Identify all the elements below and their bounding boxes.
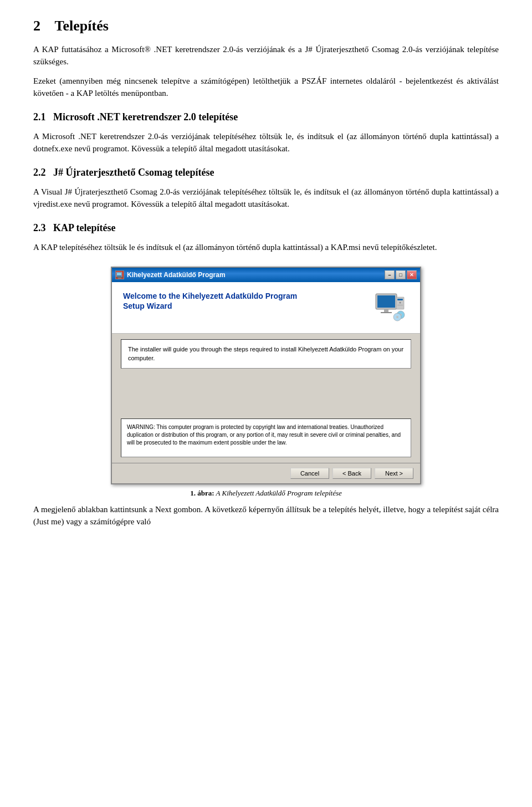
chapter-number: 2	[33, 18, 40, 34]
installer-description-text: The installer will guide you through the…	[128, 346, 403, 361]
figure-caption: 1. ábra: A Kihelyezett Adatküldő Program…	[190, 488, 342, 499]
closing-paragraph: A megjelenő ablakban kattintsunk a Next …	[33, 503, 499, 528]
svg-rect-3	[118, 278, 121, 279]
cancel-button[interactable]: Cancel	[290, 468, 329, 479]
pc-icon	[370, 291, 409, 324]
svg-rect-5	[377, 295, 395, 308]
chapter-intro-para2: Ezeket (amennyiben még nincsenek telepít…	[33, 75, 499, 100]
dialog-header-area: Welcome to the Kihelyezett Adatküldo Pro…	[112, 282, 420, 334]
page-content: 2 Telepítés A KAP futtatásához a Microso…	[33, 17, 499, 528]
svg-point-10	[400, 302, 401, 303]
close-button[interactable]: ✕	[407, 270, 417, 279]
dialog-screenshot-wrapper: Kihelyezett Adatküldő Program – □ ✕ Welc…	[33, 267, 499, 498]
maximize-button[interactable]: □	[396, 270, 406, 279]
dialog-header-text: Welcome to the Kihelyezett Adatküldo Pro…	[123, 291, 297, 313]
svg-point-15	[396, 316, 398, 318]
warning-text: WARNING: This computer program is protec…	[127, 424, 401, 446]
dialog-app-icon	[115, 270, 124, 279]
minimize-button[interactable]: –	[385, 270, 395, 279]
dialog-buttons-row: Cancel < Back Next >	[112, 463, 420, 483]
installer-dialog: Kihelyezett Adatküldő Program – □ ✕ Welc…	[111, 267, 421, 484]
svg-rect-11	[397, 305, 403, 305]
dialog-titlebar: Kihelyezett Adatküldő Program – □ ✕	[112, 268, 420, 282]
installer-description-box: The installer will guide you through the…	[121, 339, 411, 369]
chapter-intro-para1: A KAP futtatásához a Microsoft® .NET ker…	[33, 43, 499, 68]
wizard-title: Welcome to the Kihelyezett Adatküldo Pro…	[123, 291, 297, 311]
chapter-title: 2 Telepítés	[33, 17, 499, 35]
section-23-title: 2.3 KAP telepítése	[33, 221, 499, 236]
dialog-spacer	[121, 374, 411, 418]
svg-rect-1	[117, 273, 121, 275]
chapter-title-text: Telepítés	[55, 18, 109, 34]
warning-box: WARNING: This computer program is protec…	[121, 418, 411, 457]
section-22-title: 2.2 J# Újraterjeszthető Csomag telepítés…	[33, 165, 499, 180]
dialog-title-text: Kihelyezett Adatküldő Program	[127, 270, 226, 280]
section-23-para1: A KAP telepítéséhez töltsük le és indíts…	[33, 241, 499, 254]
svg-rect-9	[397, 299, 403, 300]
section-21-title: 2.1 Microsoft .NET keretrendszer 2.0 tel…	[33, 110, 499, 125]
back-button[interactable]: < Back	[332, 468, 371, 479]
titlebar-left: Kihelyezett Adatküldő Program	[115, 270, 226, 280]
next-button[interactable]: Next >	[375, 468, 413, 479]
svg-rect-2	[116, 277, 123, 278]
svg-rect-7	[381, 312, 392, 313]
figure-caption-text: A Kihelyezett Adatküldő Program telepíté…	[216, 489, 342, 497]
section-21-para1: A Microsoft .NET keretrendszer 2.0-ás ve…	[33, 130, 499, 155]
dialog-content-area: The installer will guide you through the…	[112, 334, 420, 463]
section-22-para1: A Visual J# Újraterjeszthető Csomag 2.0-…	[33, 186, 499, 211]
titlebar-buttons[interactable]: – □ ✕	[385, 270, 417, 279]
svg-rect-6	[384, 309, 388, 312]
